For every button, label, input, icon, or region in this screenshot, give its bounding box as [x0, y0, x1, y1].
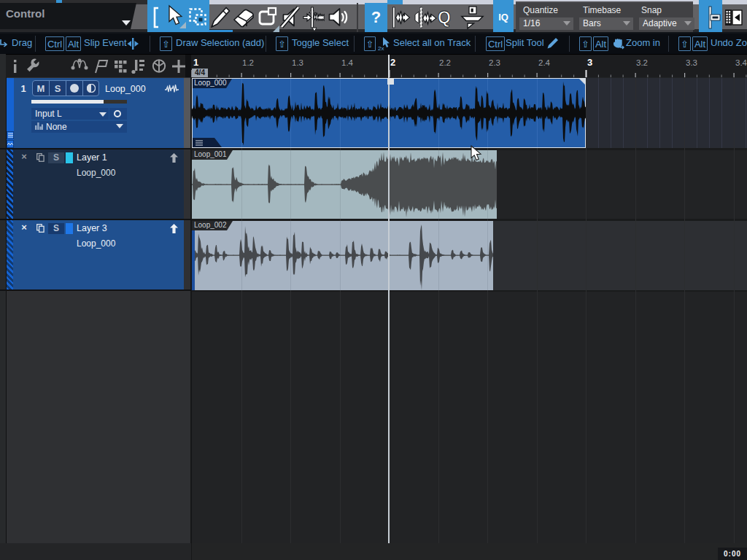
svg-text:Q: Q — [438, 8, 451, 27]
svg-text:2x: 2x — [378, 45, 384, 51]
